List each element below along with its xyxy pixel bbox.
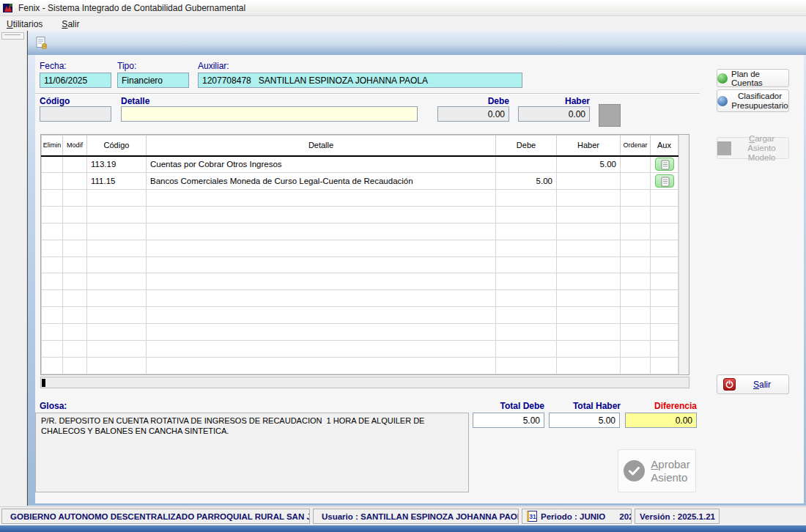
grid-table: Elimin Modif Código Detalle Debe Haber O… [41, 135, 679, 374]
auxiliar-label: Auxiliar: [198, 61, 229, 71]
fecha-label: Fecha: [40, 61, 67, 71]
codigo-label: Código [40, 96, 70, 106]
grid-empty-row[interactable] [42, 290, 679, 307]
cell-detalle[interactable]: Bancos Comerciales Moneda de Curso Legal… [147, 173, 496, 190]
gray-square-icon [717, 141, 731, 155]
left-dock-strip [0, 31, 27, 525]
grid-empty-row[interactable] [42, 206, 679, 223]
diferencia-value: 0.00 [625, 413, 697, 428]
detalle-label: Detalle [121, 96, 149, 106]
diferencia-label: Diferencia [625, 401, 697, 411]
total-haber-label: Total Haber [549, 401, 621, 411]
asiento-grid: Elimin Modif Código Detalle Debe Haber O… [40, 134, 689, 375]
grid-row[interactable]: 113.19 Cuentas por Cobrar Otros Ingresos… [42, 156, 679, 173]
add-entry-button[interactable] [599, 104, 621, 127]
status-entity: GOBIERNO AUTONOMO DESCENTRALIZADO PARROQ… [1, 509, 310, 524]
col-codigo[interactable]: Código [87, 136, 147, 156]
glosa-label: Glosa: [40, 401, 67, 411]
cell-codigo[interactable]: 113.19 [87, 156, 147, 173]
new-entry-document-icon[interactable] [35, 37, 48, 49]
green-sphere-icon [717, 73, 728, 84]
toolbar-grip[interactable] [1, 32, 24, 40]
aprobar-asiento-button[interactable]: Aprobar Asiento [618, 449, 696, 492]
menu-salir[interactable]: Salir [62, 19, 79, 29]
blue-sphere-icon [717, 96, 728, 106]
col-modif[interactable]: Modif [63, 136, 87, 156]
grid-empty-row[interactable] [42, 341, 679, 358]
cell-detalle[interactable]: Cuentas por Cobrar Otros Ingresos [147, 156, 496, 173]
menu-utilitarios[interactable]: Utilitarios [7, 19, 42, 29]
cell-haber[interactable] [557, 173, 621, 190]
grid-empty-row[interactable] [42, 357, 679, 374]
status-usuario: Usuario : SANTILLAN ESPINOZA JOHANNA PAO… [313, 509, 519, 524]
cell-debe[interactable] [496, 156, 557, 173]
grid-vertical-scrollbar[interactable] [679, 135, 689, 374]
grid-empty-row[interactable] [42, 256, 679, 273]
grid-empty-row[interactable] [42, 223, 679, 240]
grid-empty-row[interactable] [42, 273, 679, 290]
total-debe-value: 5.00 [473, 413, 544, 428]
grid-row[interactable]: 111.15 Bancos Comerciales Moneda de Curs… [42, 173, 679, 190]
window-title: Fenix - Sistema Integrado de Contabilida… [18, 3, 245, 13]
title-bar: Fenix - Sistema Integrado de Contabilida… [0, 0, 806, 16]
menu-bar: Utilitarios Salir [0, 17, 806, 31]
clasificador-presupuestario-button[interactable]: Clasificador Presupuestario [717, 89, 789, 112]
auxiliar-input[interactable]: 1207708478 SANTILLAN ESPINOZA JOHANNA PA… [198, 73, 522, 88]
scroll-thumb[interactable] [42, 379, 45, 387]
col-debe[interactable]: Debe [496, 136, 557, 156]
status-periodo: 31 Periodo : JUNIO 2025 [522, 509, 632, 524]
debe-input[interactable]: 0.00 [437, 106, 509, 122]
grid-empty-row[interactable] [42, 324, 679, 341]
tipo-input[interactable]: Financiero [117, 73, 189, 88]
calendar-icon: 31 [527, 511, 537, 522]
col-detalle[interactable]: Detalle [147, 136, 496, 156]
col-ordenar[interactable]: Ordenar [621, 136, 651, 156]
aux-button[interactable] [655, 174, 674, 188]
grid-horizontal-scrollbar[interactable] [40, 377, 689, 388]
tipo-label: Tipo: [117, 61, 136, 71]
cell-debe[interactable]: 5.00 [496, 173, 557, 190]
codigo-input[interactable] [40, 106, 111, 122]
power-icon [723, 378, 736, 391]
glosa-textarea[interactable]: P/R. DEPOSITO EN CUENTA ROTATIVA DE INGR… [35, 413, 469, 492]
toolbar-band [28, 31, 806, 55]
status-bar: GOBIERNO AUTONOMO DESCENTRALIZADO PARROQ… [0, 506, 806, 525]
detalle-input[interactable] [121, 106, 418, 122]
separator-line [35, 93, 700, 95]
status-version: Versión : 2025.1.21 [635, 509, 720, 524]
total-debe-label: Total Debe [473, 401, 544, 411]
cell-codigo[interactable]: 111.15 [87, 173, 147, 190]
col-haber[interactable]: Haber [557, 136, 621, 156]
plan-de-cuentas-button[interactable]: Plan de Cuentas [717, 69, 789, 87]
col-elimin[interactable]: Elimin [42, 136, 63, 156]
haber-input[interactable]: 0.00 [518, 106, 590, 122]
total-haber-value: 5.00 [549, 413, 620, 428]
salir-button[interactable]: Salir [717, 374, 789, 394]
aux-button[interactable] [655, 158, 674, 171]
fecha-input[interactable]: 11/06/2025 [40, 73, 111, 88]
grid-empty-row[interactable] [42, 189, 679, 206]
col-aux[interactable]: Aux [651, 136, 679, 156]
haber-label: Haber [518, 96, 590, 106]
cargar-asiento-modelo-button[interactable]: Cargar Asiento Modelo [717, 137, 789, 159]
grid-empty-row[interactable] [42, 307, 679, 324]
debe-label: Debe [437, 96, 509, 106]
grid-header-row: Elimin Modif Código Detalle Debe Haber O… [42, 136, 679, 156]
cell-haber[interactable]: 5.00 [557, 156, 621, 173]
check-circle-icon [624, 460, 645, 481]
grid-empty-row[interactable] [42, 240, 679, 256]
app-icon [3, 3, 14, 13]
os-taskbar[interactable] [0, 525, 806, 532]
